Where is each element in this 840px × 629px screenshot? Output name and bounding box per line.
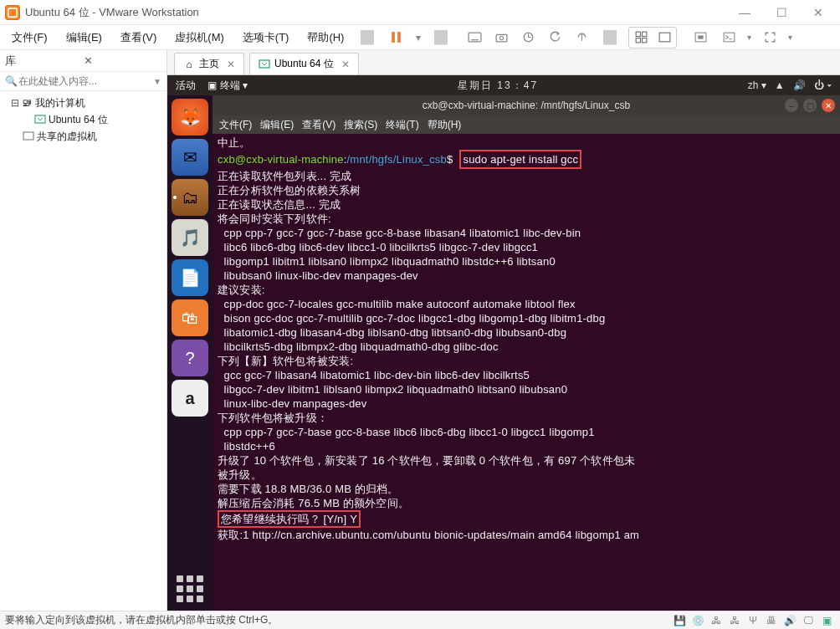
svg-rect-17 xyxy=(259,60,269,68)
tree-item-shared[interactable]: 共享的虚拟机 xyxy=(3,128,165,145)
menu-file[interactable]: 文件(F) xyxy=(7,27,53,49)
dock-software[interactable]: 🛍 xyxy=(172,299,208,336)
tab-vm[interactable]: Ubuntu 64 位 ✕ xyxy=(249,53,359,74)
dock-rhythmbox[interactable]: 🎵 xyxy=(172,219,208,256)
sidebar-search[interactable]: 🔍 ▼ xyxy=(0,72,166,91)
status-net1-icon[interactable]: 🖧 xyxy=(708,614,725,627)
term-menu-search[interactable]: 搜索(S) xyxy=(344,118,377,132)
svg-rect-8 xyxy=(643,32,647,36)
titlebar: Ubuntu 64 位 - VMware Workstation — ☐ ✕ xyxy=(0,0,840,25)
svg-point-5 xyxy=(499,36,503,39)
power-icon[interactable]: ⏻ ▾ xyxy=(814,79,832,91)
term-min-button[interactable]: – xyxy=(785,99,798,112)
clock[interactable]: 星期日 13：47 xyxy=(248,79,747,93)
status-cd-icon[interactable]: 💿 xyxy=(689,614,706,627)
status-net2-icon[interactable]: 🖧 xyxy=(726,614,743,627)
fullscreen-icon[interactable] xyxy=(760,28,780,48)
dock-thunderbird[interactable]: ✉ xyxy=(172,139,208,176)
sidebar-close-button[interactable]: ✕ xyxy=(80,54,162,67)
highlighted-confirm: 您希望继续执行吗？ [Y/n] Y xyxy=(218,510,361,528)
view-mode-group xyxy=(628,27,677,49)
dock: 🦊 ✉ 🗂 🎵 📄 🛍 ? a xyxy=(167,95,213,611)
revert-icon[interactable] xyxy=(545,28,565,48)
menu-edit[interactable]: 编辑(E) xyxy=(61,27,107,49)
statusbar: 要将输入定向到该虚拟机，请在虚拟机内部单击或按 Ctrl+G。 💾 💿 🖧 🖧 … xyxy=(0,611,840,629)
single-view-icon[interactable] xyxy=(653,28,675,47)
pause-icon[interactable] xyxy=(386,28,406,48)
snapshot-manager-icon[interactable] xyxy=(518,28,538,48)
dock-firefox[interactable]: 🦊 xyxy=(172,99,208,136)
vm-display[interactable]: 活动 ▣终端 ▾ 星期日 13：47 zh ▾ ▲ 🔊 ⏻ ▾ 🦊 ✉ 🗂 🎵 … xyxy=(167,75,840,611)
status-printer-icon[interactable]: 🖶 xyxy=(763,614,780,627)
svg-rect-16 xyxy=(23,132,33,140)
svg-rect-4 xyxy=(496,34,507,42)
dock-writer[interactable]: 📄 xyxy=(172,259,208,296)
svg-rect-1 xyxy=(392,32,395,43)
console-icon[interactable] xyxy=(719,28,739,48)
settings-icon[interactable] xyxy=(571,28,592,48)
sidebar: 库 ✕ 🔍 ▼ ⊟ 🖳 我的计算机 Ubuntu 64 位 xyxy=(0,50,167,611)
maximize-button[interactable]: ☐ xyxy=(765,1,798,24)
tree-item-ubuntu[interactable]: Ubuntu 64 位 xyxy=(3,111,165,128)
dock-amazon[interactable]: a xyxy=(172,380,208,417)
dock-help[interactable]: ? xyxy=(172,340,208,376)
statusbar-text: 要将输入定向到该虚拟机，请在虚拟机内部单击或按 Ctrl+G。 xyxy=(5,613,278,627)
term-max-button[interactable]: ▢ xyxy=(803,99,817,112)
sidebar-title: 库 xyxy=(5,54,80,69)
menu-help[interactable]: 帮助(H) xyxy=(302,27,349,49)
menu-view[interactable]: 查看(V) xyxy=(115,27,161,49)
activities-button[interactable]: 活动 xyxy=(176,79,196,93)
terminal-body[interactable]: 中止。 cxb@cxb-virtual-machine:/mnt/hgfs/Li… xyxy=(213,134,840,611)
svg-rect-7 xyxy=(636,32,640,36)
status-disk-icon[interactable]: 💾 xyxy=(671,614,688,627)
terminal-titlebar[interactable]: cxb@cxb-virtual-machine: /mnt/hgfs/Linux… xyxy=(213,95,840,115)
window-title: Ubuntu 64 位 - VMware Workstation xyxy=(25,5,728,20)
terminal-topbar-label[interactable]: ▣终端 ▾ xyxy=(207,79,248,93)
close-button[interactable]: ✕ xyxy=(802,1,835,24)
term-menu-file[interactable]: 文件(F) xyxy=(219,118,252,132)
term-menu-help[interactable]: 帮助(H) xyxy=(428,118,462,132)
svg-rect-15 xyxy=(35,115,45,123)
dock-files[interactable]: 🗂 xyxy=(172,179,208,216)
term-close-button[interactable]: ✕ xyxy=(822,99,835,112)
thumb-view-icon[interactable] xyxy=(630,28,652,47)
term-menu-edit[interactable]: 编辑(E) xyxy=(260,118,294,132)
tab-home[interactable]: ⌂ 主页 ✕ xyxy=(174,53,244,74)
status-more-icon[interactable]: ▣ xyxy=(818,614,835,627)
svg-rect-9 xyxy=(636,38,640,43)
terminal-window: cxb@cxb-virtual-machine: /mnt/hgfs/Linux… xyxy=(213,95,840,611)
home-icon: ⌂ xyxy=(183,59,195,70)
svg-rect-10 xyxy=(643,38,647,43)
snapshot-icon[interactable] xyxy=(491,28,511,48)
svg-rect-2 xyxy=(397,32,401,43)
menu-vm[interactable]: 虚拟机(M) xyxy=(170,27,229,49)
search-icon: 🔍 xyxy=(3,75,18,87)
status-sound-icon[interactable]: 🔊 xyxy=(781,614,798,627)
svg-rect-11 xyxy=(659,33,670,42)
svg-rect-0 xyxy=(8,8,18,17)
send-keys-icon[interactable] xyxy=(464,28,484,48)
dropdown3-icon[interactable]: ▾ xyxy=(788,33,792,42)
svg-rect-14 xyxy=(724,33,735,42)
status-usb-icon[interactable]: Ψ xyxy=(745,614,761,627)
status-display-icon[interactable]: 🖵 xyxy=(800,614,817,627)
tab-home-close[interactable]: ✕ xyxy=(227,59,235,70)
minimize-button[interactable]: — xyxy=(728,1,761,24)
vm-tab-icon xyxy=(259,59,270,70)
search-dropdown-icon[interactable]: ▼ xyxy=(153,77,163,86)
unity-icon[interactable] xyxy=(690,28,710,48)
dropdown2-icon[interactable]: ▾ xyxy=(747,33,751,42)
network-icon[interactable]: ▲ xyxy=(775,79,785,91)
term-menu-term[interactable]: 终端(T) xyxy=(386,118,418,132)
dropdown-icon[interactable]: ▾ xyxy=(414,28,423,48)
dock-apps-grid[interactable] xyxy=(173,572,207,606)
term-menu-view[interactable]: 查看(V) xyxy=(302,118,335,132)
volume-icon[interactable]: 🔊 xyxy=(793,79,806,91)
menu-tabs[interactable]: 选项卡(T) xyxy=(238,27,295,49)
tab-vm-close[interactable]: ✕ xyxy=(341,59,350,70)
tree-root[interactable]: ⊟ 🖳 我的计算机 xyxy=(3,95,165,111)
search-input[interactable] xyxy=(18,75,153,87)
menubar: 文件(F) 编辑(E) 查看(V) 虚拟机(M) 选项卡(T) 帮助(H) ▾ … xyxy=(0,25,840,50)
vm-icon xyxy=(33,114,47,125)
lang-indicator[interactable]: zh ▾ xyxy=(748,79,766,91)
